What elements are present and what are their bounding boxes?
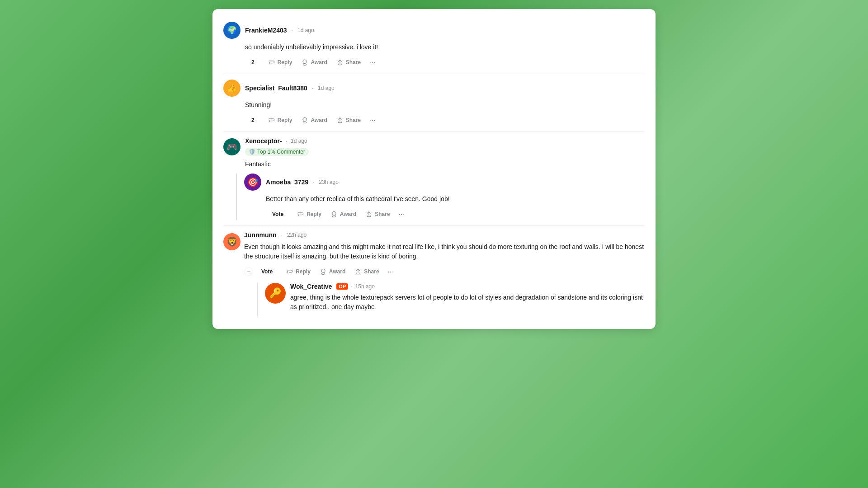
vote-label: Vote	[261, 268, 273, 275]
vote-count: 2	[251, 59, 255, 66]
svg-point-2	[332, 211, 336, 215]
comment-text: Better than any other replica of this ca…	[266, 194, 645, 204]
comment-header: 👍 Specialist_Fault8380 · 1d ago	[223, 80, 645, 97]
comment-body: so undeniably unbelievably impressive. i…	[245, 42, 645, 68]
username: Amoeba_3729	[266, 178, 308, 186]
timestamp: 1d ago	[297, 27, 314, 33]
more-button[interactable]: ···	[396, 208, 408, 220]
action-bar: 2 Reply Award Share ···	[245, 114, 645, 126]
nested-comment-body: Better than any other replica of this ca…	[266, 194, 645, 220]
timestamp-dot: ·	[351, 283, 352, 290]
award-button[interactable]: Award	[327, 209, 360, 220]
action-bar: Vote Reply Award S	[266, 208, 645, 220]
svg-point-1	[303, 117, 307, 121]
username: Wok_Creative	[290, 283, 332, 290]
downvote-button[interactable]	[257, 61, 261, 64]
share-button[interactable]: Share	[362, 209, 393, 220]
comment-text: Stunning!	[245, 100, 645, 110]
comment-content: Junnmunn · 22h ago Even though It looks …	[244, 231, 645, 316]
timestamp-dot: ·	[313, 179, 314, 185]
vote-section: 2	[245, 117, 261, 123]
op-badge: OP	[336, 283, 348, 290]
award-button[interactable]: Award	[297, 57, 330, 68]
downvote-button[interactable]	[286, 212, 290, 216]
comment-header: 🎯 Amoeba_3729 · 23h ago	[244, 174, 645, 191]
upvote-button[interactable]	[245, 61, 249, 64]
op-reply-content: Wok_Creative OP · 15h ago agree, thing i…	[290, 283, 645, 316]
svg-point-3	[321, 269, 325, 272]
flair-badge: 🛡️ Top 1% Commenter	[245, 148, 309, 156]
comment-body: Stunning! 2 Reply Award	[245, 100, 645, 126]
vote-label: Vote	[272, 211, 283, 217]
comment-header: 🌍 FrankieM2403 · 1d ago	[223, 22, 645, 39]
timestamp-dot: ·	[281, 232, 283, 238]
avatar: 👍	[223, 80, 241, 97]
flair-icon: 🛡️	[249, 149, 255, 155]
avatar: 🦁	[223, 233, 241, 250]
reply-button[interactable]: Reply	[293, 209, 325, 220]
upvote-button[interactable]	[255, 270, 259, 273]
award-button[interactable]: Award	[297, 115, 330, 126]
comment-text: Fantastic	[245, 160, 645, 169]
timestamp: 1d ago	[318, 85, 335, 91]
comment-block: 🎮 Xenoceptor- · 1d ago 🛡️ Top 1% Comment…	[223, 132, 645, 226]
vote-section: Vote	[255, 268, 279, 275]
svg-point-0	[303, 60, 307, 63]
upvote-button[interactable]	[266, 212, 269, 216]
comment-block: 🌍 FrankieM2403 · 1d ago so undeniably un…	[223, 16, 645, 74]
downvote-button[interactable]	[257, 118, 261, 122]
comment-with-collapse: 🦁 Junnmunn · 22h ago Even though It look…	[223, 231, 645, 316]
comment-text: so undeniably unbelievably impressive. i…	[245, 42, 645, 52]
comments-panel: 🌍 FrankieM2403 · 1d ago so undeniably un…	[212, 9, 656, 329]
more-button[interactable]: ···	[366, 114, 378, 126]
reply-button[interactable]: Reply	[264, 115, 296, 126]
comment-block: 👍 Specialist_Fault8380 · 1d ago Stunning…	[223, 74, 645, 132]
comment-block: 🦁 Junnmunn · 22h ago Even though It look…	[223, 226, 645, 322]
share-button[interactable]: Share	[351, 266, 382, 277]
vote-section: Vote	[266, 211, 290, 217]
action-bar: 2 Reply Award Share ···	[245, 56, 645, 68]
share-button[interactable]: Share	[333, 115, 364, 126]
deep-reply: 🔑 Wok_Creative OP · 15h ago agree, thing…	[257, 283, 645, 316]
reply-button[interactable]: Reply	[264, 57, 296, 68]
collapse-button[interactable]: −	[244, 267, 253, 276]
upvote-button[interactable]	[245, 118, 249, 122]
vote-section: 2	[245, 59, 261, 66]
timestamp: 1d ago	[291, 138, 307, 144]
op-reply-container: 🔑 Wok_Creative OP · 15h ago agree, thing…	[265, 283, 645, 316]
header-row: Xenoceptor- · 1d ago 🛡️ Top 1% Commenter	[245, 137, 309, 156]
nested-reply: 🎯 Amoeba_3729 · 23h ago Better than any …	[236, 174, 645, 220]
comment-text: Even though It looks amazing and this mi…	[244, 242, 645, 261]
share-button[interactable]: Share	[333, 57, 364, 68]
reply-button[interactable]: Reply	[283, 266, 314, 277]
more-button[interactable]: ···	[385, 266, 397, 277]
avatar: 🎮	[223, 138, 241, 155]
vote-count: 2	[251, 117, 255, 123]
timestamp: 15h ago	[355, 283, 375, 290]
timestamp: 23h ago	[319, 179, 339, 185]
timestamp: ·	[292, 27, 293, 33]
more-button[interactable]: ···	[366, 56, 378, 68]
avatar: 🌍	[223, 22, 241, 39]
username: Junnmunn	[244, 231, 277, 239]
username: Specialist_Fault8380	[245, 84, 307, 92]
op-header: Wok_Creative OP · 15h ago	[290, 283, 645, 290]
award-button[interactable]: Award	[316, 266, 349, 277]
username: Xenoceptor-	[245, 137, 282, 145]
username: FrankieM2403	[245, 27, 287, 34]
comment-text: agree, thing is the whole texturepack se…	[290, 293, 645, 312]
timestamp-dot: ·	[286, 138, 287, 144]
comment-header: Junnmunn · 22h ago	[244, 231, 645, 239]
avatar: 🔑	[265, 283, 286, 304]
avatar: 🎯	[244, 174, 261, 191]
flair-text: Top 1% Commenter	[257, 149, 305, 155]
comment-header: 🎮 Xenoceptor- · 1d ago 🛡️ Top 1% Comment…	[223, 137, 645, 156]
action-bar: − Vote Reply	[244, 266, 645, 277]
timestamp: 22h ago	[287, 232, 307, 238]
timestamp-dot: ·	[312, 85, 313, 91]
comment-body: Fantastic	[245, 160, 645, 169]
downvote-button[interactable]	[275, 270, 279, 273]
